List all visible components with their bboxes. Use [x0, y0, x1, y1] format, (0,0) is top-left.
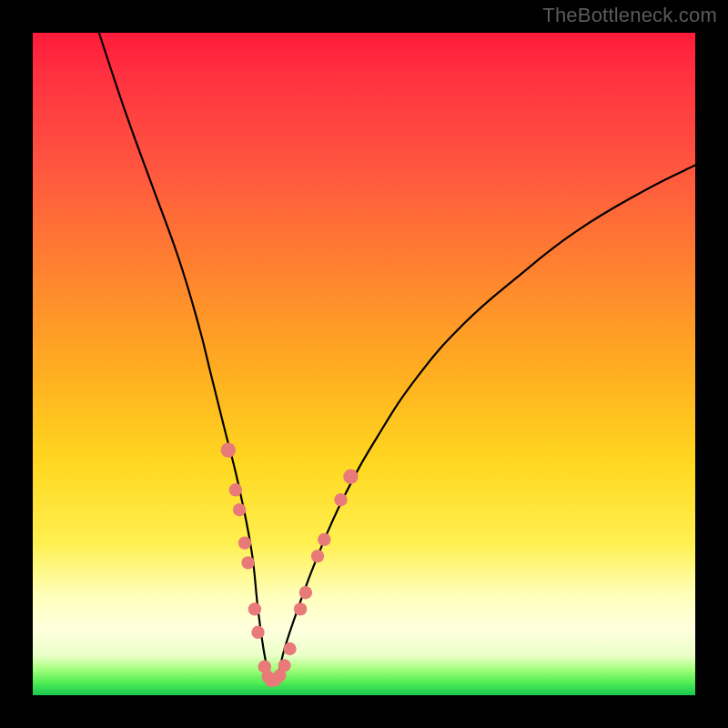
highlight-dot: [241, 556, 254, 569]
curve-svg: [33, 33, 695, 695]
highlight-dot: [248, 602, 261, 615]
highlight-dot: [233, 503, 246, 516]
highlight-dot: [229, 483, 242, 496]
watermark-label: TheBottleneck.com: [542, 4, 717, 27]
highlight-pill: [241, 519, 244, 535]
highlight-dot: [311, 550, 324, 562]
highlight-dots: [221, 442, 359, 687]
highlight-dot: [251, 626, 264, 639]
highlight-dot: [238, 536, 251, 549]
highlight-dot: [283, 642, 296, 655]
highlight-pill: [250, 578, 253, 594]
highlight-pill: [230, 462, 234, 479]
chart-frame: TheBottleneck.com: [0, 0, 728, 728]
highlight-dot: [278, 659, 291, 672]
highlight-dot: [221, 442, 236, 457]
bottleneck-curve: [99, 33, 695, 683]
highlight-dot: [294, 602, 307, 615]
highlight-dot: [334, 493, 347, 506]
highlight-dot: [318, 533, 330, 546]
highlight-dot: [343, 470, 358, 484]
highlight-dot: [299, 586, 312, 599]
plot-area: [33, 33, 695, 695]
